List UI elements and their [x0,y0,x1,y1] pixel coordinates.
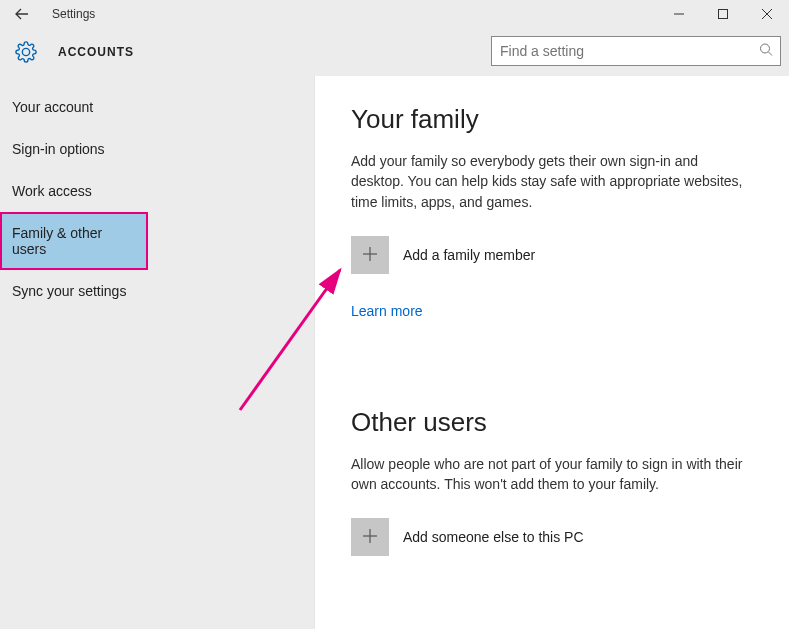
add-family-label: Add a family member [403,247,535,263]
add-family-button[interactable] [351,236,389,274]
sidebar: Your account Sign-in options Work access… [0,76,314,629]
content-area: Your account Sign-in options Work access… [0,76,789,629]
header-bar: ACCOUNTS [0,28,789,76]
back-button[interactable] [0,0,44,28]
close-button[interactable] [745,0,789,28]
plus-icon [361,523,379,551]
other-users-heading: Other users [351,407,753,438]
sidebar-item-sign-in-options[interactable]: Sign-in options [0,128,314,170]
add-other-label: Add someone else to this PC [403,529,584,545]
section-title: ACCOUNTS [58,45,134,59]
other-users-description: Allow people who are not part of your fa… [351,454,753,495]
svg-rect-1 [719,10,728,19]
titlebar: Settings [0,0,789,28]
learn-more-link[interactable]: Learn more [351,303,423,319]
add-family-row[interactable]: Add a family member [351,236,753,274]
minimize-icon [674,9,684,19]
search-icon [759,43,773,60]
add-other-button[interactable] [351,518,389,556]
sidebar-item-your-account[interactable]: Your account [0,86,314,128]
svg-line-5 [769,52,773,56]
minimize-button[interactable] [657,0,701,28]
other-users-section: Other users Allow people who are not par… [351,407,753,557]
close-icon [762,9,772,19]
family-heading: Your family [351,104,753,135]
plus-icon [361,241,379,269]
svg-point-4 [761,44,770,53]
window-title: Settings [52,7,95,21]
maximize-button[interactable] [701,0,745,28]
window-controls [657,0,789,28]
back-arrow-icon [15,7,29,21]
add-other-row[interactable]: Add someone else to this PC [351,518,753,556]
search-input[interactable] [491,36,781,66]
gear-icon [14,40,38,64]
main-panel: Your family Add your family so everybody… [314,76,789,629]
maximize-icon [718,9,728,19]
search-container [491,36,781,66]
sidebar-item-work-access[interactable]: Work access [0,170,314,212]
family-description: Add your family so everybody gets their … [351,151,753,212]
sidebar-item-sync-settings[interactable]: Sync your settings [0,270,314,312]
sidebar-item-family-other-users[interactable]: Family & other users [0,212,148,270]
